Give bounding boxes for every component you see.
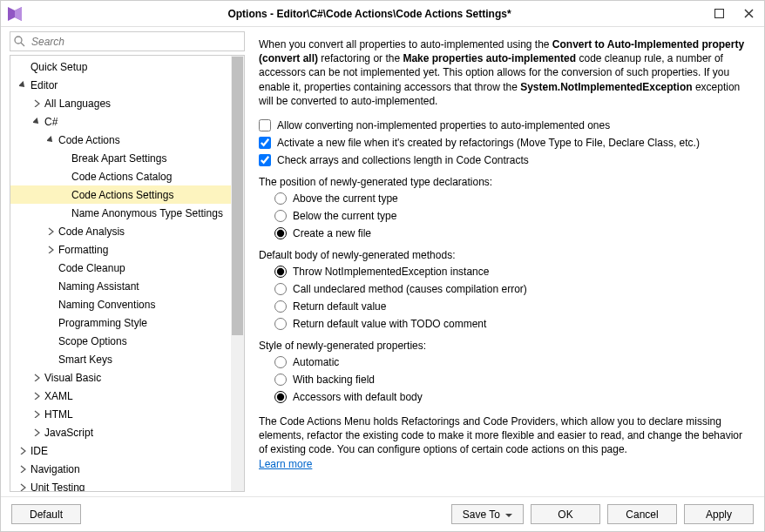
radio-label: Above the current type [293,192,398,205]
checkbox-allow-convert[interactable]: Allow converting non-implemented propert… [259,119,750,131]
tree-label: Quick Setup [30,61,87,73]
maximize-button[interactable] [708,3,729,24]
scrollbar[interactable] [231,56,244,491]
tree-item-quick-setup[interactable]: Quick Setup [10,57,244,76]
tree-item-settings[interactable]: Code Actions Settings [10,185,244,204]
tree-item-code-analysis[interactable]: Code Analysis [10,222,244,240]
expand-icon[interactable] [17,482,28,493]
tree-item-xaml[interactable]: XAML [10,387,244,405]
chevron-down-icon [505,508,512,521]
radio-body-todo[interactable]: Return default value with TODO comment [274,318,750,330]
tree-label: Code Actions Catalog [71,171,172,183]
expand-icon[interactable] [31,373,42,383]
svg-rect-0 [714,10,723,18]
tree-label: Editor [30,79,58,91]
checkbox-label: Allow converting non-implemented propert… [277,119,610,131]
save-to-button[interactable]: Save To [451,504,524,524]
collapse-icon[interactable] [31,117,42,127]
tree-item-unit-testing[interactable]: Unit Testing [10,478,244,492]
expand-icon[interactable] [31,391,42,401]
tree-item-programming-style[interactable]: Programming Style [10,313,244,332]
tree-item-naming-conventions[interactable]: Naming Conventions [10,295,244,313]
group-style-label: Style of newly-generated properties: [259,340,750,352]
tree-item-code-cleanup[interactable]: Code Cleanup [10,259,244,277]
tree-label: Code Actions Settings [71,189,173,201]
collapse-icon[interactable] [45,135,56,145]
radio-body-call[interactable]: Call undeclared method (causes compilati… [274,283,750,295]
radio-position-above[interactable]: Above the current type [274,192,750,205]
radio-label: Return default value with TODO comment [293,318,486,330]
checkbox-activate-new-file[interactable]: Activate a new file when it's created by… [259,137,750,149]
tree-item-catalog[interactable]: Code Actions Catalog [10,167,244,185]
tree-item-code-actions[interactable]: Code Actions [10,131,244,149]
expand-icon[interactable] [45,245,56,255]
radio-body-return[interactable]: Return default value [274,300,750,313]
cancel-button[interactable]: Cancel [607,504,677,524]
tree-item-ide[interactable]: IDE [10,441,244,460]
expand-icon[interactable] [45,226,56,237]
tree-item-all-languages[interactable]: All Languages [10,94,244,112]
left-panel: Quick Setup Editor All Languages C# Code… [1,27,254,496]
window-title: Options - Editor\C#\Code Actions\Code Ac… [30,8,708,20]
group-position-label: The position of newly-generated type dec… [259,176,750,188]
tree-item-break-apart[interactable]: Break Apart Settings [10,149,244,167]
tree-label: Visual Basic [44,372,101,384]
apply-button[interactable]: Apply [684,504,754,524]
expand-icon[interactable] [17,464,28,475]
tree-label: Formatting [58,244,108,256]
tree-label: HTML [44,408,73,421]
tree-label: Name Anonymous Type Settings [71,207,223,219]
expand-icon[interactable] [31,98,42,109]
radio-label: Call undeclared method (causes compilati… [293,283,527,295]
search-box [10,31,245,51]
tree-item-javascript[interactable]: JavaScript [10,423,244,441]
svg-point-1 [15,37,22,44]
tree-item-html[interactable]: HTML [10,405,244,423]
tree-label: C# [44,116,58,128]
radio-label: Create a new file [293,227,371,239]
search-icon [13,35,25,47]
expand-icon[interactable] [31,409,42,420]
ok-button[interactable]: OK [531,504,600,524]
app-icon [6,5,24,23]
tree-item-name-anon[interactable]: Name Anonymous Type Settings [10,204,244,222]
tree-label: Naming Assistant [58,280,139,293]
tree-item-csharp[interactable]: C# [10,112,244,131]
tree-label: JavaScript [44,427,93,439]
tree-label: Smart Keys [58,354,112,366]
radio-label: Throw NotImplementedException instance [293,266,489,278]
radio-style-backing[interactable]: With backing field [274,374,750,386]
radio-style-automatic[interactable]: Automatic [274,356,750,368]
tree-label: Code Cleanup [58,262,125,274]
tree-label: Code Analysis [58,226,125,238]
radio-label: With backing field [293,374,375,386]
tree-label: IDE [30,445,48,457]
tree-item-editor[interactable]: Editor [10,76,244,94]
checkbox-label: Activate a new file when it's created by… [277,137,700,149]
learn-more-link[interactable]: Learn more [259,458,312,470]
default-button[interactable]: Default [11,504,81,524]
search-input[interactable] [10,31,245,51]
radio-style-accessors[interactable]: Accessors with default body [274,391,750,403]
expand-icon[interactable] [31,428,42,438]
tree-label: Code Actions [58,134,120,146]
tree-label: All Languages [44,98,111,110]
tree-item-formatting[interactable]: Formatting [10,240,244,259]
tree-item-smart-keys[interactable]: Smart Keys [10,350,244,368]
tree-item-naming-assistant[interactable]: Naming Assistant [10,277,244,295]
tree-item-scope-options[interactable]: Scope Options [10,332,244,350]
radio-body-throw[interactable]: Throw NotImplementedException instance [274,266,750,278]
footer-text: The Code Actions Menu holds Refactorings… [259,414,750,471]
tree-label: Navigation [30,463,80,475]
radio-position-new-file[interactable]: Create a new file [274,227,750,239]
intro-text: When you convert all properties to auto-… [259,37,750,108]
tree-item-visual-basic[interactable]: Visual Basic [10,368,244,387]
tree-item-navigation[interactable]: Navigation [10,460,244,478]
radio-position-below[interactable]: Below the current type [274,210,750,222]
tree-label: XAML [44,390,73,402]
collapse-icon[interactable] [17,80,28,91]
tree-label: Break Apart Settings [71,152,166,165]
checkbox-check-arrays[interactable]: Check arrays and collections length in C… [259,154,750,166]
expand-icon[interactable] [17,446,28,456]
close-button[interactable] [738,3,759,24]
